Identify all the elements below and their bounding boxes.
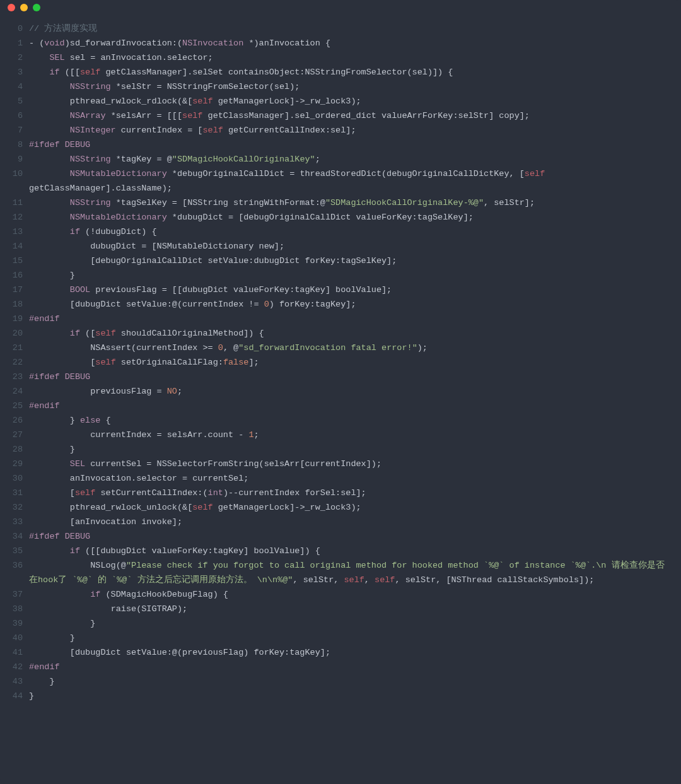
zoom-icon[interactable]	[33, 4, 40, 11]
code-content[interactable]: if ([self shouldCallOriginalMethod]) {	[29, 326, 672, 341]
code-content[interactable]: [debugOriginalCallDict setValue:dubugDic…	[29, 254, 672, 268]
code-content[interactable]: pthread_rwlock_rdlock(&[self getManagerL…	[29, 94, 672, 108]
code-line[interactable]: 37 if (SDMagicHookDebugFlag) {	[5, 587, 672, 602]
token-self: self	[75, 488, 95, 498]
code-content[interactable]: anInvocation.selector = currentSel;	[29, 471, 672, 486]
code-line[interactable]: 13 if (!dubugDict) {	[5, 225, 672, 239]
code-content[interactable]: }	[29, 268, 672, 283]
code-line[interactable]: 23#ifdef DEBUG	[5, 370, 672, 384]
code-content[interactable]: dubugDict = [NSMutableDictionary new];	[29, 239, 672, 254]
code-line[interactable]: 9 NSString *tagKey = @"SDMagicHookCallOr…	[5, 152, 672, 167]
code-line[interactable]: 42#endif	[5, 660, 672, 674]
code-line[interactable]: 14 dubugDict = [NSMutableDictionary new]…	[5, 239, 672, 254]
code-content[interactable]: if (!dubugDict) {	[29, 225, 672, 239]
code-line[interactable]: 8#ifdef DEBUG	[5, 137, 672, 152]
code-line[interactable]: 19#endif	[5, 312, 672, 326]
code-line[interactable]: 33 [anInvocation invoke];	[5, 515, 672, 529]
code-line[interactable]: 15 [debugOriginalCallDict setValue:dubug…	[5, 254, 672, 268]
code-line[interactable]: 26 } else {	[5, 413, 672, 428]
code-line[interactable]: 40 }	[5, 631, 672, 645]
code-content[interactable]: [self setCurrentCallIndex:(int)--current…	[29, 486, 672, 500]
code-line[interactable]: 39 }	[5, 616, 672, 631]
code-line[interactable]: 43 }	[5, 674, 672, 689]
code-line[interactable]: 2 SEL sel = anInvocation.selector;	[5, 50, 672, 65]
code-content[interactable]: }	[29, 616, 672, 631]
code-line[interactable]: 28 }	[5, 442, 672, 457]
code-content[interactable]: [dubugDict setValue:@(currentIndex != 0)…	[29, 297, 672, 312]
code-line[interactable]: 4 NSString *selStr = NSStringFromSelecto…	[5, 79, 672, 94]
code-line[interactable]: 11 NSString *tagSelKey = [NSString strin…	[5, 196, 672, 210]
token-kw: if	[70, 546, 80, 556]
code-content[interactable]: BOOL previousFlag = [[dubugDict valueFor…	[29, 283, 672, 297]
code-editor[interactable]: 0// 方法调度实现1- (void)sd_forwardInvocation:…	[0, 15, 681, 712]
code-line[interactable]: 0// 方法调度实现	[5, 21, 672, 36]
code-content[interactable]: #ifdef DEBUG	[29, 137, 672, 152]
code-content[interactable]: if (SDMagicHookDebugFlag) {	[29, 587, 672, 602]
code-content[interactable]: #endif	[29, 660, 672, 674]
code-line[interactable]: 17 BOOL previousFlag = [[dubugDict value…	[5, 283, 672, 297]
token-op: *selsArr = [[[	[106, 111, 183, 120]
close-icon[interactable]	[8, 4, 15, 11]
code-content[interactable]: if ([[self getClassManager].selSet conta…	[29, 65, 672, 79]
code-content[interactable]: NSInteger currentIndex = [self getCurren…	[29, 123, 672, 137]
code-content[interactable]: SEL currentSel = NSSelectorFromString(se…	[29, 457, 672, 471]
code-content[interactable]: #ifdef DEBUG	[29, 370, 672, 384]
code-line[interactable]: 20 if ([self shouldCallOriginalMethod]) …	[5, 326, 672, 341]
code-content[interactable]: pthread_rwlock_unlock(&[self getManagerL…	[29, 500, 672, 515]
code-line[interactable]: 21 NSAssert(currentIndex >= 0, @"sd_forw…	[5, 341, 672, 355]
code-content[interactable]: }	[29, 674, 672, 689]
code-content[interactable]: NSString *selStr = NSStringFromSelector(…	[29, 79, 672, 94]
code-content[interactable]: } else {	[29, 413, 672, 428]
code-line[interactable]: 44}	[5, 689, 672, 703]
code-content[interactable]: }	[29, 689, 672, 703]
code-content[interactable]: NSMutableDictionary *debugOriginalCallDi…	[29, 167, 672, 196]
code-content[interactable]: NSString *tagSelKey = [NSString stringWi…	[29, 196, 672, 210]
code-content[interactable]: [dubugDict setValue:@(previousFlag) forK…	[29, 645, 672, 660]
code-line[interactable]: 29 SEL currentSel = NSSelectorFromString…	[5, 457, 672, 471]
code-content[interactable]: #ifdef DEBUG	[29, 529, 672, 544]
code-line[interactable]: 25#endif	[5, 399, 672, 413]
line-number: 5	[5, 94, 23, 108]
code-line[interactable]: 5 pthread_rwlock_rdlock(&[self getManage…	[5, 94, 672, 108]
code-line[interactable]: 18 [dubugDict setValue:@(currentIndex !=…	[5, 297, 672, 312]
code-content[interactable]: NSArray *selsArr = [[[self getClassManag…	[29, 108, 672, 123]
code-line[interactable]: 6 NSArray *selsArr = [[[self getClassMan…	[5, 108, 672, 123]
minimize-icon[interactable]	[20, 4, 28, 11]
code-line[interactable]: 22 [self setOriginalCallFlag:false];	[5, 355, 672, 370]
code-content[interactable]: [self setOriginalCallFlag:false];	[29, 355, 672, 370]
code-content[interactable]: NSMutableDictionary *dubugDict = [debugO…	[29, 210, 672, 225]
code-content[interactable]: NSAssert(currentIndex >= 0, @"sd_forward…	[29, 341, 672, 355]
code-line[interactable]: 31 [self setCurrentCallIndex:(int)--curr…	[5, 486, 672, 500]
code-content[interactable]: currentIndex = selsArr.count - 1;	[29, 428, 672, 442]
code-content[interactable]: if ([[dubugDict valueForKey:tagKey] bool…	[29, 544, 672, 558]
code-line[interactable]: 38 raise(SIGTRAP);	[5, 602, 672, 616]
code-content[interactable]: SEL sel = anInvocation.selector;	[29, 50, 672, 65]
token-op: getClassManager].sel_ordered_dict valueA…	[202, 111, 499, 120]
code-line[interactable]: 16 }	[5, 268, 672, 283]
code-line[interactable]: 3 if ([[self getClassManager].selSet con…	[5, 65, 672, 79]
code-content[interactable]: NSLog(@"Please check if you forgot to ca…	[29, 558, 672, 587]
code-line[interactable]: 36 NSLog(@"Please check if you forgot to…	[5, 558, 672, 587]
code-content[interactable]: - (void)sd_forwardInvocation:(NSInvocati…	[29, 36, 672, 50]
code-content[interactable]: previousFlag = NO;	[29, 384, 672, 399]
token-op: getCurrentCallIndex:sel];	[223, 126, 356, 135]
code-content[interactable]: raise(SIGTRAP);	[29, 602, 672, 616]
code-line[interactable]: 1- (void)sd_forwardInvocation:(NSInvocat…	[5, 36, 672, 50]
code-content[interactable]: }	[29, 442, 672, 457]
code-line[interactable]: 7 NSInteger currentIndex = [self getCurr…	[5, 123, 672, 137]
code-content[interactable]: }	[29, 631, 672, 645]
code-content[interactable]: NSString *tagKey = @"SDMagicHookCallOrig…	[29, 152, 672, 167]
code-line[interactable]: 34#ifdef DEBUG	[5, 529, 672, 544]
code-line[interactable]: 24 previousFlag = NO;	[5, 384, 672, 399]
code-content[interactable]: // 方法调度实现	[29, 21, 672, 36]
code-line[interactable]: 12 NSMutableDictionary *dubugDict = [deb…	[5, 210, 672, 225]
code-line[interactable]: 41 [dubugDict setValue:@(previousFlag) f…	[5, 645, 672, 660]
code-line[interactable]: 30 anInvocation.selector = currentSel;	[5, 471, 672, 486]
code-line[interactable]: 35 if ([[dubugDict valueForKey:tagKey] b…	[5, 544, 672, 558]
code-content[interactable]: #endif	[29, 312, 672, 326]
code-content[interactable]: [anInvocation invoke];	[29, 515, 672, 529]
code-content[interactable]: #endif	[29, 399, 672, 413]
code-line[interactable]: 10 NSMutableDictionary *debugOriginalCal…	[5, 167, 672, 196]
code-line[interactable]: 27 currentIndex = selsArr.count - 1;	[5, 428, 672, 442]
code-line[interactable]: 32 pthread_rwlock_unlock(&[self getManag…	[5, 500, 672, 515]
